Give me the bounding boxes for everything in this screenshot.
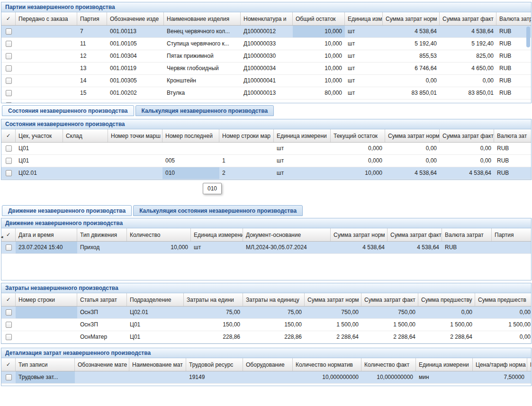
column-header[interactable]: Сумма предшеству <box>418 293 475 306</box>
column-header[interactable]: Общий остаток <box>293 12 345 25</box>
row-checkbox[interactable] <box>6 90 12 96</box>
column-header[interactable]: Сумма предшеств <box>475 293 531 306</box>
table-cell: шт <box>345 63 383 74</box>
select-column-header[interactable]: ✓ <box>1 293 16 306</box>
tab-calculation-wip[interactable]: Калькуляция незавершенного производства <box>135 105 274 116</box>
table-row[interactable]: 14001.00305КронштейнД10000004110,000шт0,… <box>1 75 531 87</box>
column-header[interactable]: Сумма затрат норм <box>385 129 440 142</box>
column-header[interactable]: Сумма затрат факт <box>440 12 496 25</box>
column-header[interactable]: Валюта затрат <box>442 228 492 241</box>
column-header[interactable]: Ц <box>527 358 531 371</box>
row-checkbox[interactable] <box>6 78 12 84</box>
table-row[interactable]: 21001.00401Крепление фланцево...Д1000000… <box>1 99 531 103</box>
row-checkbox[interactable] <box>6 145 12 152</box>
splitter-collapse-left-icon[interactable]: ◄ <box>0 228 5 245</box>
table-row[interactable]: Трудовые зат...1914910,00000000010,00000… <box>1 371 531 384</box>
column-header[interactable]: Наименование мат <box>129 358 186 371</box>
column-header[interactable]: Тип записи <box>16 358 75 371</box>
column-header[interactable]: Затраты на едини <box>184 293 243 306</box>
table-cell <box>63 155 108 167</box>
column-header[interactable]: Единица измерени <box>274 129 331 142</box>
table-cell: шт <box>345 50 383 62</box>
panel-title: Затраты незавершенного производства <box>1 283 531 293</box>
column-header[interactable]: Подразделение <box>127 293 184 306</box>
tab-states-wip[interactable]: Состояния незавершенного производства <box>2 105 134 116</box>
table-row[interactable]: 13001.00119Червяк глобоидныйД10000003410… <box>1 63 531 75</box>
column-header[interactable]: Номенклатура и <box>241 12 293 25</box>
column-header[interactable]: Сумма затрат норм <box>305 293 361 306</box>
row-select-cell <box>1 307 16 318</box>
column-header[interactable]: Количество факт <box>361 358 416 371</box>
column-header[interactable]: Единица измерени <box>416 358 473 371</box>
table-row[interactable]: ОснМатерЦ01228,86228,862 288,642 288,642… <box>1 331 531 343</box>
table-row[interactable]: Ц010051шт0,0000,000,00RUB <box>1 155 531 167</box>
tab-movement-wip[interactable]: Движение незавершенного производства <box>2 205 132 216</box>
column-header[interactable]: Партия <box>492 228 531 241</box>
tab-state-calculation-wip[interactable]: Калькуляция состояния незавершенного про… <box>133 205 303 216</box>
table-row[interactable]: 7001.00113Венец червячного кол...Д100000… <box>1 26 531 38</box>
row-checkbox[interactable] <box>6 244 12 251</box>
column-header[interactable]: Склад <box>63 129 108 142</box>
column-header[interactable]: Обозначение мате <box>75 358 129 371</box>
column-header[interactable]: Партия <box>77 12 107 25</box>
column-header[interactable]: Номер точки марш <box>108 129 162 142</box>
column-header[interactable]: Дата и время <box>16 228 77 241</box>
row-checkbox[interactable] <box>6 102 12 103</box>
table-cell: шт <box>345 87 383 99</box>
column-header[interactable]: Номер последней <box>162 129 219 142</box>
column-header[interactable]: Единица изм <box>345 12 383 25</box>
row-checkbox[interactable] <box>6 53 12 59</box>
table-row[interactable]: ОснЗПЦ01150,00150,001 500,001 500,001 50… <box>1 319 531 331</box>
table-row[interactable]: 15001.00202ВтулкаД10000001380,000шт83 85… <box>1 87 531 99</box>
column-header[interactable]: Количество норматив <box>293 358 361 371</box>
row-checkbox[interactable] <box>6 322 12 328</box>
row-checkbox[interactable] <box>6 309 12 316</box>
grid-column-header-row: ✓Дата и времяТип движенияКоличествоЕдини… <box>1 228 531 242</box>
row-checkbox[interactable] <box>6 334 12 340</box>
column-header[interactable]: Статья затрат <box>77 293 127 306</box>
column-header[interactable]: Документ-основание <box>243 228 331 241</box>
row-checkbox[interactable] <box>6 41 12 47</box>
column-header[interactable]: Валюта зат <box>494 129 531 142</box>
select-column-header[interactable]: ✓ <box>1 358 16 371</box>
row-checkbox[interactable] <box>6 65 12 72</box>
table-cell <box>63 167 108 179</box>
column-header[interactable]: Сумма затрат факт <box>388 228 442 241</box>
column-header[interactable]: Сумма затрат норм <box>383 12 440 25</box>
column-header[interactable]: Тип движения <box>77 228 127 241</box>
row-checkbox[interactable] <box>6 374 12 380</box>
column-header[interactable]: Сумма затрат факт <box>440 129 494 142</box>
table-row[interactable]: Ц01шт0,0000,000,00RUB <box>1 143 531 155</box>
row-checkbox[interactable] <box>6 170 12 176</box>
column-header[interactable]: Номер строки <box>16 293 77 306</box>
table-row[interactable]: 11001.00105Ступица червячного к...Д10000… <box>1 38 531 50</box>
table-cell <box>63 143 108 154</box>
table-row[interactable]: 23.07.2024 15:40Приход10,000штМЛ,2024-30… <box>1 242 531 254</box>
select-column-header[interactable]: ✓ <box>1 12 16 25</box>
grid-rows: 7001.00113Венец червячного кол...Д100000… <box>1 26 531 103</box>
column-header[interactable]: Наименование изделия <box>164 12 241 25</box>
table-row[interactable]: 12001.00304Пятак прижимнойД10000003010,0… <box>1 50 531 63</box>
column-header[interactable]: Трудовой ресурс <box>186 358 243 371</box>
table-cell: RUB <box>496 87 531 99</box>
vertical-scrollbar-thumb[interactable] <box>526 27 530 47</box>
column-header[interactable]: Оборудование <box>243 358 293 371</box>
column-header[interactable]: Номер строки мар <box>219 129 274 142</box>
column-header[interactable]: Единица измерени <box>191 228 243 241</box>
column-header[interactable]: Сумма затрат факт <box>361 293 418 306</box>
column-header[interactable]: Сумма затрат норм <box>331 228 388 241</box>
column-header[interactable]: Затраты на единицу <box>243 293 305 306</box>
column-header[interactable]: Обозначение изде <box>107 12 164 25</box>
panel-parties-wip: Партии незавершенного производства ✓Пере… <box>1 2 532 103</box>
row-checkbox[interactable] <box>6 28 12 35</box>
select-column-header[interactable]: ✓ <box>1 129 16 142</box>
column-header[interactable]: Количество <box>127 228 191 241</box>
column-header[interactable]: Цена/тариф норма <box>473 358 527 371</box>
table-row[interactable]: ОснЗПЦ02.0175,0075,00750,00750,000,000,0… <box>1 307 531 319</box>
column-header[interactable]: Текущий остаток <box>331 129 385 142</box>
table-row[interactable]: Ц02.010102шт10,0004 538,644 538,64RUB <box>1 167 531 180</box>
row-checkbox[interactable] <box>6 158 12 164</box>
column-header[interactable]: Валюта затр <box>496 12 531 25</box>
column-header[interactable]: Передано с заказа <box>16 12 77 25</box>
column-header[interactable]: Цех, участок <box>16 129 63 142</box>
